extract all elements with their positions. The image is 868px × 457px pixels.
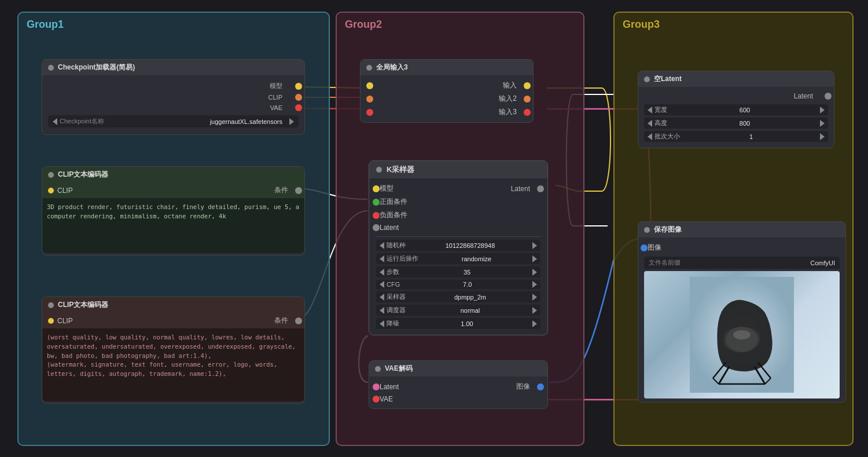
vae-decode-status-dot (375, 366, 381, 372)
checkpoint-name-label: Checkpoint名称 (60, 117, 104, 126)
vae-decode-latent-label: Latent (380, 383, 399, 391)
checkpoint-name-value: juggernautXL.safetensors (109, 118, 282, 125)
ksampler-sampler-prev[interactable] (380, 294, 384, 301)
ksampler-node: K采样器 模型 Latent 正面条件 (369, 160, 548, 335)
group1: Group1 Checkpoint加载器(简易) 模型 CLIP VAE (17, 12, 330, 446)
model-output-dot (295, 83, 302, 90)
empty-latent-height-prev[interactable] (648, 120, 652, 127)
save-image-title: 保存图像 (654, 225, 682, 235)
ksampler-sampler-value: dpmpp_2m (410, 294, 530, 301)
vae-decode-latent-in: Latent (376, 383, 399, 391)
empty-latent-batch-next[interactable] (820, 133, 825, 140)
global-input-node: 全局输入3 输入 输入2 输入3 (360, 59, 534, 123)
checkpoint-next-arrow[interactable] (289, 118, 294, 125)
vae-decode-latent-dot (373, 383, 380, 390)
clip2-title: CLIP文本编码器 (58, 300, 108, 310)
empty-latent-width-prev[interactable] (648, 107, 652, 114)
input3-label: 输入3 (499, 107, 517, 117)
clip1-textarea[interactable] (42, 198, 304, 253)
save-image-status-dot (644, 227, 650, 233)
clip1-ports: CLIP 条件 (42, 182, 304, 198)
ksampler-seed-next[interactable] (532, 242, 537, 249)
empty-latent-batch-value: 1 (685, 133, 818, 140)
ksampler-latent-in-label: Latent (380, 224, 399, 232)
ksampler-scheduler-next[interactable] (532, 307, 537, 314)
clip2-input: CLIP (48, 317, 73, 325)
empty-latent-width-next[interactable] (820, 107, 825, 114)
empty-latent-height-next[interactable] (820, 120, 825, 127)
vae-decode-vae-dot (373, 396, 380, 403)
vae-decode-body: Latent 图像 VAE (369, 376, 547, 408)
ksampler-cfg-row: CFG 7.0 (376, 280, 540, 289)
group1-title: Group1 (19, 13, 329, 36)
clip2-output: 条件 (274, 316, 299, 326)
clip2-ports: CLIP 条件 (42, 313, 304, 328)
vae-decode-image-out: 图像 (516, 382, 540, 392)
input2-label: 输入2 (499, 94, 517, 104)
vae-decode-vae-in: VAE (376, 393, 540, 405)
ksampler-sampler-next[interactable] (532, 294, 537, 301)
save-image-body: 图像 文件名前缀 ComfyUI (638, 237, 845, 402)
model-output-row: 模型 (48, 80, 299, 92)
vae-decode-ports: Latent 图像 (376, 380, 540, 393)
ksampler-cfg-prev[interactable] (380, 281, 384, 288)
clip1-input: CLIP (48, 187, 73, 195)
empty-latent-height-label: 高度 (654, 119, 667, 127)
empty-latent-batch-row: 批次大小 1 (644, 131, 828, 142)
input2-right-dot (524, 96, 531, 103)
clip1-clip-label: CLIP (57, 187, 73, 195)
empty-latent-node: 空Latent Latent 宽度 600 高度 800 (638, 71, 834, 148)
save-image-input-row: 图像 (644, 241, 840, 254)
clip2-condition-label: 条件 (274, 316, 288, 326)
checkpoint-name-selector[interactable]: Checkpoint名称 juggernautXL.safetensors (48, 115, 299, 127)
ksampler-title: K采样器 (387, 164, 414, 175)
ksampler-seed-prev[interactable] (380, 242, 384, 249)
empty-latent-batch-prev[interactable] (648, 133, 652, 140)
checkpoint-node: Checkpoint加载器(简易) 模型 CLIP VAE Checkpoin (42, 59, 305, 135)
ksampler-cfg-next[interactable] (532, 281, 537, 288)
ksampler-scheduler-prev[interactable] (380, 307, 384, 314)
empty-latent-height-value: 800 (672, 120, 818, 127)
vae-output-row: VAE (48, 103, 299, 113)
empty-latent-output-dot (825, 93, 832, 100)
global-input-body: 输入 输入2 输入3 (361, 75, 533, 122)
ksampler-aftergen-next[interactable] (532, 255, 537, 262)
ksampler-denoise-next[interactable] (532, 320, 537, 327)
ksampler-sampler-row: 采样器 dpmpp_2m (376, 291, 540, 302)
canvas: Group1 Checkpoint加载器(简易) 模型 CLIP VAE (0, 0, 868, 457)
ksampler-denoise-label: 降噪 (387, 319, 399, 328)
ksampler-aftergen-value: randomize (423, 255, 530, 262)
ksampler-positive-row: 正面条件 (376, 195, 540, 209)
ksampler-steps-prev[interactable] (380, 269, 384, 276)
empty-latent-batch-label: 批次大小 (654, 132, 680, 141)
clip-output-row: CLIP (48, 92, 299, 103)
clip2-textarea[interactable] (42, 328, 304, 401)
clip2-input-dot (48, 318, 54, 324)
ksampler-denoise-value: 1.00 (404, 320, 530, 327)
ksampler-aftergen-prev[interactable] (380, 255, 384, 262)
clip1-status-dot (48, 172, 54, 178)
ksampler-negative-label: 负面条件 (380, 210, 407, 220)
ksampler-denoise-prev[interactable] (380, 320, 384, 327)
save-image-node: 保存图像 图像 文件名前缀 ComfyUI (638, 221, 846, 403)
ksampler-latent-out-dot (537, 185, 544, 192)
ksampler-aftergen-row: 运行后操作 randomize (376, 253, 540, 264)
ksampler-steps-next[interactable] (532, 269, 537, 276)
clip1-output: 条件 (274, 185, 299, 195)
model-label: 模型 (270, 82, 282, 90)
input1-label: 输入 (503, 81, 517, 90)
empty-latent-label: Latent (794, 92, 813, 100)
ksampler-scheduler-value: normal (410, 307, 530, 314)
empty-latent-width-value: 600 (672, 107, 818, 114)
vae-decode-title: VAE解码 (385, 364, 413, 374)
checkpoint-prev-arrow[interactable] (53, 118, 57, 125)
clip2-output-dot (295, 317, 302, 324)
vae-decode-header: VAE解码 (369, 361, 547, 376)
ksampler-latent-in-dot (373, 224, 380, 231)
ksampler-model-label: 模型 (380, 184, 393, 193)
ksampler-negative-row: 负面条件 (376, 209, 540, 222)
vae-label: VAE (270, 104, 282, 111)
ksampler-model-row: 模型 Latent (376, 182, 540, 195)
clip2-header: CLIP文本编码器 (42, 297, 304, 313)
input3-right-dot (524, 109, 531, 116)
